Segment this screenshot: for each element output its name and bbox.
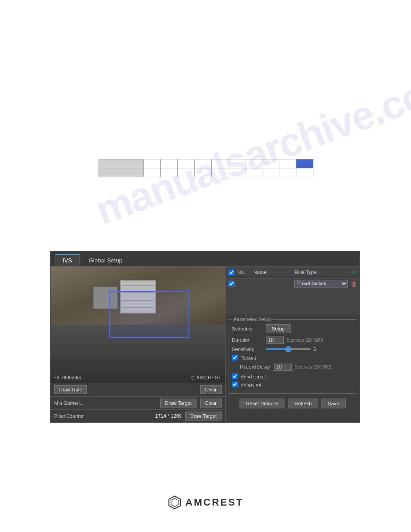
draw-rule-button[interactable]: Draw Rule bbox=[54, 385, 87, 394]
schedule-row: Schedule Setup bbox=[232, 324, 353, 333]
tab-ivs[interactable]: IVS bbox=[55, 254, 80, 266]
rule-col-type-header: Rule Type bbox=[295, 270, 348, 275]
rule-delete-button[interactable]: 🗑 bbox=[351, 280, 357, 287]
pixel-counter-row: Pixel Counter 1714 * 1209 Draw Target bbox=[51, 409, 225, 422]
sensitivity-value: 5 bbox=[313, 347, 321, 352]
schedule-table bbox=[98, 159, 313, 177]
sensitivity-label: Sensitivity bbox=[232, 347, 263, 352]
right-panel: No. Name Rule Type + Crowd Gatheri Tripw… bbox=[225, 266, 360, 422]
duration-input[interactable] bbox=[266, 336, 284, 344]
camera-background: FX-HON65NK ⬡ AMCREST bbox=[51, 266, 225, 383]
rule-list-header: No. Name Rule Type + bbox=[226, 266, 360, 279]
draw-rule-row: Draw Rule Clear bbox=[51, 383, 225, 396]
record-label: Record bbox=[240, 355, 256, 360]
snapshot-row: Snapshot bbox=[232, 382, 353, 387]
rule-row-type[interactable]: Crowd Gatheri Tripwire Intrusion Fast Mo… bbox=[294, 280, 348, 287]
duration-hint: Seconds (10~300) bbox=[287, 338, 323, 343]
detection-box bbox=[109, 291, 189, 338]
snapshot-label: Snapshot bbox=[240, 382, 261, 387]
sensitivity-slider-track[interactable] bbox=[266, 348, 311, 350]
rule-row-checkbox[interactable] bbox=[228, 281, 235, 287]
ivs-panel: IVS Global Setup bbox=[50, 251, 360, 423]
svg-marker-1 bbox=[171, 498, 178, 506]
garage-line-1 bbox=[122, 285, 154, 286]
rule-add-button[interactable]: + bbox=[351, 268, 357, 276]
tab-global-setup[interactable]: Global Setup bbox=[81, 255, 129, 266]
panel-body: FX-HON65NK ⬡ AMCREST Draw Rule Clear Min… bbox=[51, 266, 360, 422]
rule-row: Crowd Gatheri Tripwire Intrusion Fast Mo… bbox=[226, 279, 360, 289]
camera-feed: FX-HON65NK ⬡ AMCREST bbox=[51, 266, 225, 383]
send-email-label: Send Email bbox=[240, 374, 265, 379]
record-delay-row: Record Delay Seconds (10~300) bbox=[232, 363, 353, 371]
table-label-row1 bbox=[99, 159, 144, 168]
min-gatheri-label: Min Gatheri... bbox=[54, 400, 157, 406]
record-row: Record bbox=[232, 355, 353, 360]
min-gatheri-row: Min Gatheri... Draw Target Clear bbox=[51, 396, 225, 409]
rule-col-name-header: Name bbox=[253, 270, 292, 275]
schedule-table-area bbox=[98, 159, 313, 177]
camera-overlay-text: FX-HON65NK bbox=[54, 375, 81, 380]
save-button[interactable]: Save bbox=[321, 399, 346, 408]
camera-area: FX-HON65NK ⬡ AMCREST Draw Rule Clear Min… bbox=[51, 266, 225, 422]
snapshot-checkbox[interactable] bbox=[232, 382, 238, 387]
refresh-button[interactable]: Refresh bbox=[288, 399, 319, 408]
amcrest-logo: AMCREST bbox=[167, 495, 244, 510]
setup-button[interactable]: Setup bbox=[266, 324, 291, 333]
clear-button-2[interactable]: Clear bbox=[200, 399, 222, 408]
schedule-label: Schedule bbox=[232, 326, 263, 331]
sensitivity-slider-thumb[interactable] bbox=[285, 346, 291, 352]
draw-target-button-1[interactable]: Draw Target bbox=[160, 399, 197, 408]
rule-col-no-header: No. bbox=[237, 270, 251, 275]
rule-header-checkbox[interactable] bbox=[228, 270, 235, 275]
pixel-counter-label: Pixel Counter bbox=[54, 413, 155, 419]
record-checkbox[interactable] bbox=[232, 355, 238, 360]
duration-label: Duration bbox=[232, 337, 263, 343]
camera-logo: ⬡ AMCREST bbox=[191, 375, 222, 380]
rule-list: Crowd Gatheri Tripwire Intrusion Fast Mo… bbox=[226, 279, 360, 314]
send-email-row: Send Email bbox=[232, 373, 353, 379]
record-delay-hint: Seconds (10~300) bbox=[295, 365, 331, 369]
sensitivity-row: Sensitivity 5 bbox=[232, 347, 353, 352]
duration-row: Duration Seconds (10~300) bbox=[232, 336, 353, 344]
parameter-setup-section: Parameter Setup Schedule Setup Duration … bbox=[228, 317, 357, 394]
sensitivity-slider-container: 5 bbox=[266, 347, 353, 352]
amcrest-logo-text: AMCREST bbox=[185, 497, 244, 508]
tab-bar: IVS Global Setup bbox=[51, 251, 360, 266]
parameter-setup-legend: Parameter Setup bbox=[232, 317, 273, 322]
clear-button-1[interactable]: Clear bbox=[200, 385, 222, 394]
record-delay-input[interactable] bbox=[274, 363, 292, 371]
record-delay-label: Record Delay bbox=[240, 364, 271, 369]
draw-target-button-2[interactable]: Draw Target bbox=[185, 412, 222, 420]
pixel-counter-value: 1714 * 1209 bbox=[155, 413, 182, 419]
send-email-checkbox[interactable] bbox=[232, 373, 238, 379]
table-label-row2 bbox=[99, 168, 144, 177]
rule-type-select[interactable]: Crowd Gatheri Tripwire Intrusion Fast Mo… bbox=[294, 280, 348, 287]
bottom-buttons: Reset Defaults Refresh Save bbox=[226, 396, 360, 411]
reset-defaults-button[interactable]: Reset Defaults bbox=[240, 399, 285, 408]
amcrest-hex-icon bbox=[167, 495, 182, 510]
